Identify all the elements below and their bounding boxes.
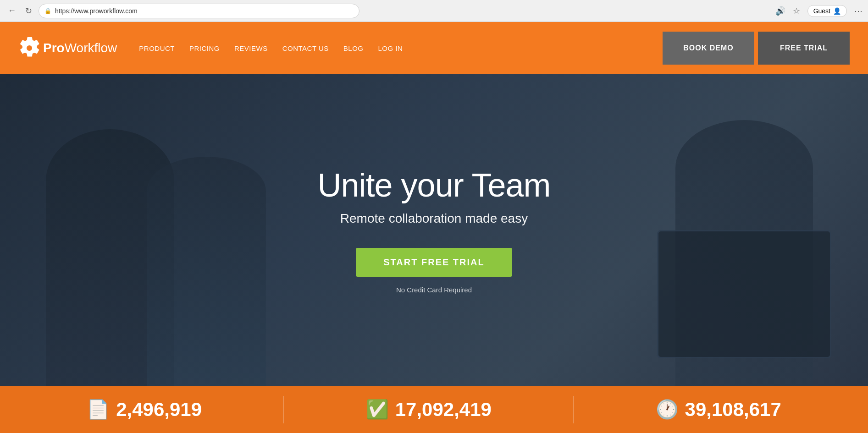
lock-icon: 🔒 <box>44 8 51 14</box>
nav-login[interactable]: LOG IN <box>378 44 403 52</box>
profile-icon: 👤 <box>833 7 841 15</box>
more-options-button[interactable]: ⋯ <box>854 6 862 16</box>
book-demo-button[interactable]: BOOK DEMO <box>663 32 754 65</box>
back-button[interactable]: ← <box>6 5 18 17</box>
url-text: https://www.proworkflow.com <box>55 7 138 15</box>
nav-blog[interactable]: BLOG <box>343 44 364 52</box>
read-aloud-button[interactable]: 🔊 <box>775 6 785 16</box>
no-credit-card-text: No Credit Card Required <box>318 286 551 294</box>
logo-text: ProWorkflow <box>43 41 117 55</box>
navbar: ProWorkflow PRODUCT PRICING REVIEWS CONT… <box>0 22 868 74</box>
nav-actions: BOOK DEMO FREE TRIAL <box>663 32 850 65</box>
logo-pro: Pro <box>43 41 65 55</box>
nav-product[interactable]: PRODUCT <box>139 44 175 52</box>
hero-title: Unite your Team <box>318 166 551 204</box>
tasks-icon: ✅ <box>366 399 389 420</box>
free-trial-nav-button[interactable]: FREE TRIAL <box>758 32 850 65</box>
start-free-trial-button[interactable]: START FREE TRIAL <box>356 248 512 277</box>
browser-nav-controls: ← ↻ <box>6 5 35 17</box>
refresh-button[interactable]: ↻ <box>22 5 35 17</box>
nav-links: PRODUCT PRICING REVIEWS CONTACT US BLOG … <box>139 44 663 52</box>
stat-projects: 📄 2,496,919 <box>87 399 202 421</box>
monitor-decoration <box>657 230 831 358</box>
favorites-button[interactable]: ☆ <box>793 6 800 16</box>
browser-right-controls: 🔊 ☆ Guest 👤 ⋯ <box>775 5 862 17</box>
hero-subtitle: Remote collaboration made easy <box>318 211 551 226</box>
figure-center <box>147 157 266 386</box>
stats-bar: 📄 2,496,919 ✅ 17,092,419 🕐 39,108,617 <box>0 386 868 433</box>
hero-content: Unite your Team Remote collaboration mad… <box>318 166 551 294</box>
hours-icon: 🕐 <box>656 399 679 420</box>
logo-link[interactable]: ProWorkflow <box>18 37 117 59</box>
nav-reviews[interactable]: REVIEWS <box>234 44 268 52</box>
projects-icon: 📄 <box>87 399 110 420</box>
stat-hours: 🕐 39,108,617 <box>656 399 781 421</box>
browser-chrome: ← ↻ 🔒 https://www.proworkflow.com 🔊 ☆ Gu… <box>0 0 868 22</box>
stat-divider-1 <box>283 396 284 423</box>
stat-divider-2 <box>573 396 574 423</box>
hours-count: 39,108,617 <box>685 399 781 421</box>
logo-gear-icon <box>18 37 40 59</box>
guest-profile-button[interactable]: Guest 👤 <box>807 5 847 17</box>
guest-label: Guest <box>813 7 830 15</box>
tasks-count: 17,092,419 <box>395 399 492 421</box>
address-bar[interactable]: 🔒 https://www.proworkflow.com <box>39 4 359 18</box>
nav-contact[interactable]: CONTACT US <box>282 44 329 52</box>
logo-workflow: Workflow <box>65 41 117 55</box>
stat-tasks: ✅ 17,092,419 <box>366 399 492 421</box>
nav-pricing[interactable]: PRICING <box>189 44 220 52</box>
projects-count: 2,496,919 <box>116 399 202 421</box>
hero-section: Unite your Team Remote collaboration mad… <box>0 74 868 386</box>
